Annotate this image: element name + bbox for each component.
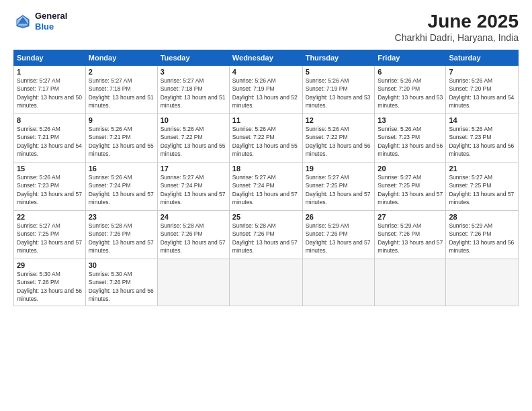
day-info: Sunrise: 5:27 AMSunset: 7:17 PMDaylight:… [17,77,82,109]
day-info: Sunrise: 5:26 AMSunset: 7:24 PMDaylight:… [89,174,154,205]
table-row: 30 Sunrise: 5:30 AMSunset: 7:26 PMDaylig… [85,259,157,306]
table-row: 3 Sunrise: 5:27 AMSunset: 7:18 PMDayligh… [157,66,229,114]
col-tuesday: Tuesday [157,50,229,66]
logo-icon [13,12,32,31]
table-row: 26 Sunrise: 5:29 AMSunset: 7:26 PMDaylig… [302,211,375,259]
table-row: 21 Sunrise: 5:27 AMSunset: 7:25 PMDaylig… [446,163,519,211]
day-info: Sunrise: 5:26 AMSunset: 7:23 PMDaylight:… [378,126,443,157]
day-info: Sunrise: 5:27 AMSunset: 7:25 PMDaylight:… [306,174,371,205]
table-row: 13 Sunrise: 5:26 AMSunset: 7:23 PMDaylig… [375,114,446,163]
table-row: 4 Sunrise: 5:26 AMSunset: 7:19 PMDayligh… [229,66,302,114]
day-number: 7 [449,68,515,76]
day-number: 6 [378,68,443,76]
day-number: 30 [89,261,154,269]
day-info: Sunrise: 5:27 AMSunset: 7:25 PMDaylight:… [449,174,514,205]
day-number: 1 [17,68,83,76]
table-row: 28 Sunrise: 5:29 AMSunset: 7:26 PMDaylig… [446,211,519,259]
day-number: 13 [378,116,443,124]
col-friday: Friday [375,50,446,66]
col-thursday: Thursday [302,50,375,66]
table-row: 6 Sunrise: 5:26 AMSunset: 7:20 PMDayligh… [375,66,446,114]
table-row: 12 Sunrise: 5:26 AMSunset: 7:22 PMDaylig… [302,114,375,163]
day-info: Sunrise: 5:27 AMSunset: 7:25 PMDaylight:… [17,222,82,254]
day-number: 28 [449,213,515,221]
day-number: 26 [306,213,372,221]
location: Charkhi Dadri, Haryana, India [395,32,519,43]
day-info: Sunrise: 5:27 AMSunset: 7:24 PMDaylight:… [232,174,298,205]
day-info: Sunrise: 5:27 AMSunset: 7:24 PMDaylight:… [161,174,226,205]
day-info: Sunrise: 5:27 AMSunset: 7:25 PMDaylight:… [378,174,443,205]
day-number: 4 [232,68,300,76]
day-number: 23 [89,213,154,221]
col-saturday: Saturday [446,50,519,66]
day-info: Sunrise: 5:27 AMSunset: 7:18 PMDaylight:… [89,77,154,109]
day-number: 21 [449,165,515,173]
table-row [302,259,375,306]
table-row: 16 Sunrise: 5:26 AMSunset: 7:24 PMDaylig… [85,163,157,211]
day-info: Sunrise: 5:26 AMSunset: 7:19 PMDaylight:… [232,77,298,109]
table-row: 5 Sunrise: 5:26 AMSunset: 7:19 PMDayligh… [302,66,375,114]
day-number: 9 [89,116,154,124]
day-info: Sunrise: 5:26 AMSunset: 7:19 PMDaylight:… [306,77,371,109]
day-info: Sunrise: 5:26 AMSunset: 7:22 PMDaylight:… [306,126,371,157]
day-number: 25 [232,213,300,221]
day-number: 10 [161,116,226,124]
table-row: 7 Sunrise: 5:26 AMSunset: 7:20 PMDayligh… [446,66,519,114]
calendar: Sunday Monday Tuesday Wednesday Thursday… [13,50,519,306]
month-title: June 2025 [395,11,519,32]
day-number: 2 [89,68,154,76]
day-number: 11 [232,116,300,124]
table-row: 18 Sunrise: 5:27 AMSunset: 7:24 PMDaylig… [229,163,302,211]
day-info: Sunrise: 5:29 AMSunset: 7:26 PMDaylight:… [378,222,443,254]
day-info: Sunrise: 5:26 AMSunset: 7:21 PMDaylight:… [17,126,82,157]
table-row: 22 Sunrise: 5:27 AMSunset: 7:25 PMDaylig… [14,211,86,259]
table-row: 29 Sunrise: 5:30 AMSunset: 7:26 PMDaylig… [14,259,86,306]
table-row: 20 Sunrise: 5:27 AMSunset: 7:25 PMDaylig… [375,163,446,211]
day-info: Sunrise: 5:29 AMSunset: 7:26 PMDaylight:… [306,222,371,254]
logo-text: General Blue [35,11,67,32]
day-info: Sunrise: 5:26 AMSunset: 7:22 PMDaylight:… [161,126,226,157]
day-number: 24 [161,213,226,221]
table-row [157,259,229,306]
page: General Blue June 2025 Charkhi Dadri, Ha… [0,0,532,411]
day-info: Sunrise: 5:28 AMSunset: 7:26 PMDaylight:… [89,222,154,254]
logo: General Blue [13,11,67,32]
day-number: 27 [378,213,443,221]
day-number: 22 [17,213,83,221]
day-info: Sunrise: 5:28 AMSunset: 7:26 PMDaylight:… [161,222,226,254]
day-number: 18 [232,165,300,173]
day-info: Sunrise: 5:30 AMSunset: 7:26 PMDaylight:… [17,271,82,302]
day-number: 8 [17,116,83,124]
table-row: 27 Sunrise: 5:29 AMSunset: 7:26 PMDaylig… [375,211,446,259]
day-number: 16 [89,165,154,173]
table-row: 19 Sunrise: 5:27 AMSunset: 7:25 PMDaylig… [302,163,375,211]
day-info: Sunrise: 5:26 AMSunset: 7:23 PMDaylight:… [449,126,514,157]
day-number: 15 [17,165,83,173]
header: General Blue June 2025 Charkhi Dadri, Ha… [13,11,519,43]
table-row: 24 Sunrise: 5:28 AMSunset: 7:26 PMDaylig… [157,211,229,259]
day-info: Sunrise: 5:26 AMSunset: 7:20 PMDaylight:… [449,77,514,109]
day-number: 5 [306,68,372,76]
table-row: 25 Sunrise: 5:28 AMSunset: 7:26 PMDaylig… [229,211,302,259]
title-block: June 2025 Charkhi Dadri, Haryana, India [395,11,519,43]
day-info: Sunrise: 5:28 AMSunset: 7:26 PMDaylight:… [232,222,298,254]
table-row: 10 Sunrise: 5:26 AMSunset: 7:22 PMDaylig… [157,114,229,163]
table-row: 17 Sunrise: 5:27 AMSunset: 7:24 PMDaylig… [157,163,229,211]
day-number: 19 [306,165,372,173]
table-row: 14 Sunrise: 5:26 AMSunset: 7:23 PMDaylig… [446,114,519,163]
day-info: Sunrise: 5:26 AMSunset: 7:22 PMDaylight:… [232,126,298,157]
calendar-header-row: Sunday Monday Tuesday Wednesday Thursday… [14,50,519,66]
day-number: 14 [449,116,515,124]
day-number: 12 [306,116,372,124]
day-number: 20 [378,165,443,173]
table-row [229,259,302,306]
table-row [375,259,446,306]
table-row [446,259,519,306]
day-number: 3 [161,68,226,76]
table-row: 15 Sunrise: 5:26 AMSunset: 7:23 PMDaylig… [14,163,86,211]
day-number: 17 [161,165,226,173]
table-row: 11 Sunrise: 5:26 AMSunset: 7:22 PMDaylig… [229,114,302,163]
day-info: Sunrise: 5:26 AMSunset: 7:23 PMDaylight:… [17,174,82,205]
day-info: Sunrise: 5:29 AMSunset: 7:26 PMDaylight:… [449,222,514,254]
day-info: Sunrise: 5:26 AMSunset: 7:21 PMDaylight:… [89,126,154,157]
